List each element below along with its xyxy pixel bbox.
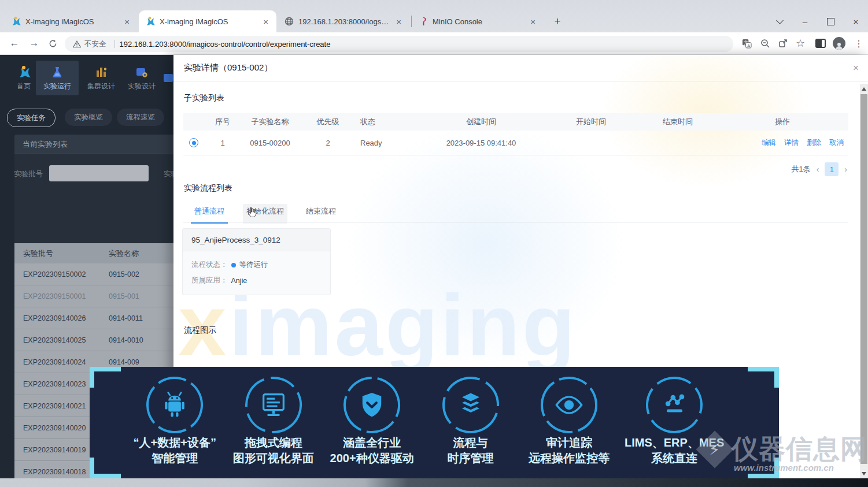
edit-link[interactable]: 编辑 (762, 138, 776, 148)
batch-no: EXP202309150001 (14, 292, 109, 300)
drawer-close-icon[interactable]: × (853, 62, 859, 74)
scrollbar-thumb[interactable] (860, 94, 867, 464)
tab-title: X-imaging iMagicOS (25, 17, 117, 26)
menu-kebab-icon[interactable]: ⋮ (851, 36, 866, 51)
batch-no: EXP202309140024 (14, 358, 109, 366)
share-icon[interactable] (775, 36, 791, 51)
subnav-pill-experiment-tasks[interactable]: 实验任务 (7, 109, 56, 127)
svg-text:A: A (747, 43, 750, 48)
cell-created: 2023-09-15 09:41:40 (415, 139, 548, 147)
page-scrollbar[interactable] (860, 84, 868, 478)
tab-close-icon[interactable]: × (261, 17, 271, 27)
ximaging-favicon (145, 16, 155, 27)
tab-normal-process[interactable]: 普通流程 (191, 204, 228, 224)
profile-avatar[interactable] (832, 36, 847, 51)
sub-experiment-section-title: 子实验列表 (184, 93, 224, 103)
url-text: 192.168.1.203:8000/imagicos-control/cont… (120, 40, 331, 49)
nav-item-cluster-design[interactable]: 集群设计 (81, 61, 121, 95)
corner-bracket-top-left (90, 367, 121, 388)
address-bar[interactable]: 不安全 192.168.1.203:8000/imagicos-control/… (65, 36, 733, 52)
side-panel-icon[interactable] (813, 36, 828, 51)
nav-label: 实验设计 (128, 81, 156, 91)
cancel-link[interactable]: 取消 (829, 138, 844, 148)
tab-end-process[interactable]: 结束流程 (302, 204, 339, 224)
banner-line1: “人+数据+设备” (125, 435, 224, 451)
drawer-title: 实验详情（0915-002） (184, 62, 272, 73)
reload-button[interactable] (45, 36, 60, 51)
pagination-page-1[interactable]: 1 (825, 162, 839, 176)
translate-icon[interactable]: 文A (739, 36, 754, 51)
back-button[interactable]: ← (7, 36, 22, 51)
tab-separator (411, 16, 412, 27)
cell-priority: 2 (299, 139, 357, 147)
process-card[interactable]: 95_AnjieProcess_3_0912 流程状态： 等待运行 所属应用： … (182, 228, 331, 295)
security-label: 不安全 (84, 39, 106, 49)
subnav-pill-experiment-overview[interactable]: 实验概览 (65, 109, 112, 126)
sub-experiment-table: 序号 子实验名称 优先级 状态 创建时间 开始时间 结束时间 操作 1 0915… (183, 113, 848, 155)
design-icon (135, 65, 149, 79)
nav-item-clipped[interactable] (163, 61, 173, 95)
banner-item-drag-programming: 拖拽式编程 图形可视化界面 (224, 375, 322, 478)
process-app-value: Anjie (231, 277, 248, 285)
tab-close-icon[interactable]: × (394, 17, 404, 27)
flask-icon (50, 65, 64, 79)
table-row[interactable]: 1 0915-00200 2 Ready 2023-09-15 09:41:40… (183, 131, 848, 155)
eye-icon (554, 390, 584, 420)
list-item[interactable]: EXP2023091500010915-001 (14, 285, 173, 307)
window-maximize-button[interactable] (819, 10, 842, 32)
banner-item-instrument-drivers: 涵盖全行业 200+种仪器驱动 (323, 375, 421, 478)
delete-link[interactable]: 删除 (807, 138, 821, 148)
list-item[interactable]: EXP2023091400260914-0011 (14, 307, 173, 329)
list-item[interactable]: EXP2023091400250914-0010 (14, 329, 173, 351)
banner-line2: 智能管理 (125, 451, 224, 466)
pagination-prev-icon[interactable]: ‹ (817, 165, 819, 174)
tab-close-icon[interactable]: × (528, 17, 538, 27)
url-separator (114, 40, 115, 48)
banner-line1: 涵盖全行业 (323, 435, 421, 451)
tab-close-icon[interactable]: × (122, 17, 132, 27)
new-tab-button[interactable]: + (551, 15, 564, 29)
pagination-total: 共1条 (791, 164, 810, 174)
nav-item-experiment-design[interactable]: 实验设计 (121, 61, 162, 95)
banner-line1: 拖拽式编程 (224, 435, 322, 451)
zoom-icon[interactable] (758, 36, 773, 51)
scroll-up-icon[interactable] (862, 87, 866, 91)
batch-no: EXP202309140025 (14, 336, 109, 344)
row-radio-selected[interactable] (189, 138, 198, 147)
window-close-button[interactable]: × (844, 10, 867, 32)
cell-status: Ready (357, 139, 415, 147)
browser-tab-4[interactable]: MinIO Console × (414, 10, 544, 32)
nav-label: 实验运行 (43, 81, 71, 91)
browser-tab-1[interactable]: X-imaging iMagicOS × (5, 10, 138, 32)
pagination-next-icon[interactable]: › (844, 165, 847, 174)
android-robot-icon (160, 390, 190, 420)
subnav-pill-process-glance[interactable]: 流程速览 (117, 109, 164, 126)
tab-title: X-imaging iMagicOS (160, 17, 256, 26)
forward-button[interactable]: → (27, 36, 42, 51)
nav-item-experiment-run[interactable]: 实验运行 (36, 61, 79, 95)
bottom-video-strip (0, 478, 868, 487)
tab-search-chevron-icon[interactable] (768, 10, 791, 32)
list-item[interactable]: EXP2023091500020915-002 (14, 263, 173, 285)
window-minimize-button[interactable]: – (793, 10, 817, 32)
clipped-icon (161, 71, 173, 85)
detail-link[interactable]: 详情 (784, 138, 799, 148)
filter-batch-label: 实验批号 (14, 169, 43, 179)
corner-bracket-bottom-left (90, 458, 121, 478)
browser-tab-3[interactable]: 192.168.1.203:8000/logs/apiSe × (279, 10, 409, 32)
globe-icon (285, 17, 294, 26)
list-header-row: 实验批号 实验名称 (14, 243, 173, 263)
process-status-label: 流程状态： (191, 260, 228, 270)
tab-title: MinIO Console (433, 17, 523, 26)
tab-title: 192.168.1.203:8000/logs/apiSe (298, 17, 389, 26)
col-status: 状态 (357, 117, 415, 127)
pill-label: 流程速览 (126, 113, 155, 122)
bookmark-star-icon[interactable]: ☆ (793, 36, 808, 51)
hand-cursor-icon (246, 206, 258, 219)
filter-batch-input[interactable] (49, 165, 149, 181)
table-header-row: 序号 子实验名称 优先级 状态 创建时间 开始时间 结束时间 操作 (183, 113, 848, 131)
banner-line2: 200+种仪器驱动 (323, 451, 421, 466)
nav-label: 首页 (17, 81, 31, 91)
browser-tab-2-active[interactable]: X-imaging iMagicOS × (139, 10, 276, 32)
scroll-down-icon[interactable] (862, 472, 866, 475)
